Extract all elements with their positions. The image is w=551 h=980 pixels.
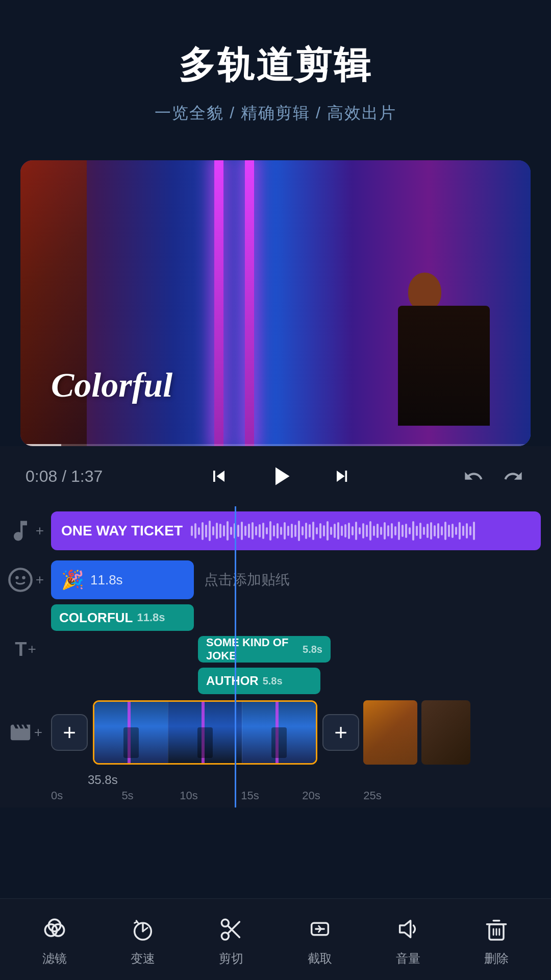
page-title: 多轨道剪辑 [20,41,531,90]
svg-point-2 [22,576,26,579]
time-display: 0:08 / 1:37 [26,467,117,486]
speed-tool[interactable]: 变速 [98,913,187,967]
music-track-label: ONE WAY TICKET [61,523,183,539]
sticker-track-content: 🎉 11.8s 点击添加贴纸 [51,560,551,599]
text-clip-colorful[interactable]: COLORFUL 11.8s [51,604,194,631]
extra-video-clip-1[interactable] [363,700,417,765]
video-neon-left [214,160,223,446]
volume-icon [392,913,424,945]
extra-video-clip-2[interactable] [421,700,470,765]
crop-icon [304,913,336,945]
sticker-duration: 11.8s [90,572,123,588]
video-preview[interactable]: Colorful [20,160,531,446]
sticker-clip[interactable]: 🎉 11.8s [51,560,194,599]
text-clip-joke[interactable]: SOME KIND OF JOKE 5.8s [198,636,331,663]
music-track-row: + ONE WAY TICKET [0,506,551,555]
volume-label: 音量 [396,950,420,967]
add-clip-right-button[interactable]: + [322,714,359,751]
text-clips: COLORFUL 11.8s SOME KIND OF JOKE 5.8s AU… [51,604,541,694]
video-watermark: Colorful [51,365,172,405]
timeline-area: + ONE WAY TICKET + 🎉 11.8s [0,506,551,807]
video-track-icon: + [0,721,51,744]
page-subtitle: 一览全貌 / 精确剪辑 / 高效出片 [20,102,531,125]
delete-tool[interactable]: 删除 [453,913,541,967]
main-video-clip[interactable] [93,700,317,765]
sticker-emoji: 🎉 [61,569,84,591]
video-neon-right [245,160,254,446]
text-track-content: COLORFUL 11.8s SOME KIND OF JOKE 5.8s AU… [51,604,551,694]
skip-start-button[interactable] [206,463,232,489]
music-track-icon: + [0,518,51,544]
video-progress-fill [20,444,61,446]
person-body [398,306,490,426]
add-clip-left-button[interactable]: + [51,714,88,751]
playback-controls: 0:08 / 1:37 [0,446,551,506]
music-track-clip[interactable]: ONE WAY TICKET [51,511,541,550]
text-track-row: T + COLORFUL 11.8s SOME KIND OF JOKE 5.8… [0,604,551,694]
redo-button[interactable] [501,464,525,488]
video-person [393,273,495,426]
svg-point-0 [9,569,31,591]
sticker-track-row: + 🎉 11.8s 点击添加贴纸 [0,555,551,604]
timeline-ruler: 35.8s 0s 5s 10s 15s 20s 25s [0,771,551,802]
waveform [191,521,531,541]
skip-end-button[interactable] [329,463,356,489]
filter-icon [38,913,71,945]
text-clip-author[interactable]: AUTHOR 5.8s [198,668,320,694]
delete-icon [480,913,513,945]
play-button[interactable] [263,458,298,494]
crop-label: 截取 [308,950,332,967]
crop-tool[interactable]: 截取 [276,913,364,967]
svg-marker-12 [400,920,411,937]
bottom-toolbar: 滤镜 变速 剪切 [0,898,551,980]
video-track-row: + + [0,694,551,771]
undo-button[interactable] [461,464,486,488]
person-head [408,273,441,311]
controls-right [444,464,525,488]
header: 多轨道剪辑 一览全貌 / 精确剪辑 / 高效出片 [0,0,551,145]
music-track-content[interactable]: ONE WAY TICKET [51,511,551,550]
svg-point-1 [15,576,19,579]
speed-label: 变速 [131,950,155,967]
filter-tool[interactable]: 滤镜 [10,913,98,967]
controls-center [117,458,444,494]
delete-label: 删除 [484,950,509,967]
text-track-icon: T + [0,639,51,660]
video-progress-bar[interactable] [20,444,531,446]
speed-icon [127,913,159,945]
sticker-track-icon: + [0,567,51,593]
volume-tool[interactable]: 音量 [364,913,452,967]
sticker-add-hint[interactable]: 点击添加贴纸 [204,570,290,590]
clip-duration: 35.8s [51,773,551,789]
cut-label: 剪切 [219,950,243,967]
ruler-ticks: 0s 5s 10s 15s 20s 25s [51,789,551,802]
cut-tool[interactable]: 剪切 [187,913,276,967]
filter-label: 滤镜 [42,950,67,967]
video-track-content: + + [51,700,551,765]
cut-icon [215,913,247,945]
